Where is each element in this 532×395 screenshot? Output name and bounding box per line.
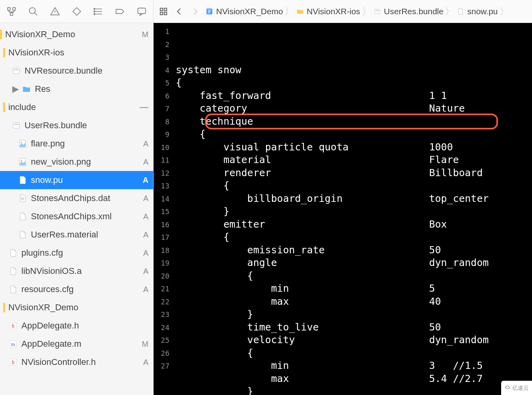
tag-icon[interactable] — [114, 5, 126, 18]
scm-status-badge: A — [143, 194, 148, 203]
breadcrumb-item[interactable]: snow.pu — [456, 7, 498, 16]
code-line[interactable]: visual particle quota1000 — [176, 141, 532, 154]
code-line[interactable]: velocitydyn_random — [176, 334, 532, 347]
forward-button[interactable] — [189, 6, 201, 17]
tree-row-new-vision-png[interactable]: PNGnew_vision.pngA — [0, 153, 153, 171]
tree-item-label: NVisionController.h — [21, 357, 141, 367]
code-value: 40 — [429, 295, 441, 308]
code-line[interactable]: min3 //1.5 — [176, 359, 532, 372]
disclosure-triangle[interactable]: ▶ — [11, 84, 20, 94]
tree-row-plugins-cfg[interactable]: plugins.cfgA — [0, 244, 153, 262]
tree-item-label: include — [8, 102, 137, 112]
code-key: { — [176, 270, 429, 283]
code-value: top_center — [429, 192, 489, 205]
breadcrumb-item[interactable]: NVisionXR-ios — [296, 7, 360, 16]
tree-row-appdelegate-m[interactable]: mAppDelegate.mM — [0, 335, 153, 353]
bundle-icon — [11, 120, 21, 131]
line-number: 26 — [154, 347, 169, 360]
line-number: 2 — [154, 38, 169, 51]
svg-point-15 — [21, 197, 24, 200]
line-gutter: 1234567891011121314151617181920212223242… — [154, 23, 173, 395]
tree-row-res[interactable]: ▶Res — [0, 80, 153, 98]
tree-row-flare-png[interactable]: PNGflare.pngA — [0, 135, 153, 153]
line-number: 16 — [154, 218, 169, 232]
code-line[interactable]: } — [176, 385, 532, 395]
list-icon[interactable] — [92, 5, 104, 18]
bundle-icon — [11, 66, 21, 76]
svg-point-11 — [21, 142, 22, 143]
tree-row-include[interactable]: include— — [0, 98, 153, 116]
comment-icon[interactable] — [135, 5, 148, 18]
back-button[interactable] — [173, 6, 185, 17]
tree-row-resources-cfg[interactable]: resources.cfgA — [0, 280, 153, 298]
code-line[interactable]: { — [176, 231, 532, 244]
tree-row-nvresource-bundle[interactable]: NVResource.bundle — [0, 62, 153, 80]
code-line[interactable]: billboard_origintop_center — [176, 192, 532, 205]
code-key: renderer — [176, 167, 429, 180]
dat-icon — [17, 193, 28, 203]
code-key: { — [176, 179, 429, 192]
svg-rect-4 — [138, 8, 146, 13]
code-key: max — [176, 372, 429, 386]
breadcrumb-item[interactable]: UserRes.bundle — [373, 7, 444, 16]
search-icon[interactable] — [27, 5, 40, 18]
code-key: { — [176, 128, 429, 141]
svg-rect-27 — [374, 9, 380, 14]
tree-row-appdelegate-h[interactable]: hAppDelegate.h — [0, 317, 153, 335]
line-number: 6 — [154, 90, 169, 103]
tree-row-nvisionxr-ios[interactable]: NVisionXR-ios — [0, 44, 153, 62]
tree-row-userres-material[interactable]: UserRes.materialA — [0, 226, 153, 244]
code-key: } — [176, 385, 429, 395]
code-line[interactable]: angledyn_random — [176, 256, 532, 270]
warning-icon[interactable] — [49, 5, 61, 18]
code-line[interactable]: { — [176, 76, 532, 89]
code-line[interactable]: } — [176, 205, 532, 218]
tree-item-label: NVisionXR-ios — [8, 47, 148, 58]
code-key: min — [176, 359, 429, 372]
tree-row-nvisionxr-demo[interactable]: NVisionXR_DemoM — [0, 25, 153, 44]
tree-row-snow-pu[interactable]: snow.puA — [0, 171, 153, 189]
watermark: 亿速云 — [501, 381, 532, 395]
code-line[interactable]: technique — [176, 115, 532, 128]
project-navigator: NVisionXR_DemoMNVisionXR-iosNVResource.b… — [0, 0, 154, 395]
code-line[interactable]: min5 — [176, 282, 532, 295]
diamond-icon[interactable] — [70, 5, 83, 18]
code-key: emitter — [176, 218, 429, 231]
code-value: 1 1 — [429, 89, 447, 103]
code-line[interactable]: max40 — [176, 295, 532, 308]
code-line[interactable]: rendererBillboard — [176, 167, 532, 180]
code-content[interactable]: system snow{ fast_forward1 1 categoryNat… — [173, 23, 532, 395]
tree-row-stonesandchips-dat[interactable]: StonesAndChips.datA — [0, 189, 153, 207]
tree-row-stonesandchips-xml[interactable]: StonesAndChips.xmlA — [0, 207, 153, 226]
code-line[interactable]: fast_forward1 1 — [176, 89, 532, 103]
code-line[interactable]: materialFlare — [176, 154, 532, 167]
code-line[interactable]: } — [176, 308, 532, 321]
code-line[interactable]: { — [176, 270, 532, 283]
line-number: 1 — [154, 25, 169, 38]
tree-row-userres-bundle[interactable]: UserRes.bundle — [0, 116, 153, 135]
code-line[interactable]: { — [176, 179, 532, 192]
tree-row-nvisioncontroller-h[interactable]: hNVisionController.hA — [0, 353, 153, 371]
code-line[interactable]: categoryNature — [176, 102, 532, 115]
breadcrumb-item[interactable]: NVisionXR_Demo — [205, 7, 283, 16]
tree-row-libnvisionios-a[interactable]: libNVisioniOS.aA — [0, 262, 153, 280]
code-line[interactable]: time_to_live50 — [176, 321, 532, 334]
code-line[interactable]: emitterBox — [176, 218, 532, 231]
code-line[interactable]: system snow — [176, 64, 532, 77]
svg-rect-22 — [160, 8, 163, 10]
svg-text:h: h — [12, 359, 15, 365]
code-key: } — [176, 205, 429, 218]
tree-item-label: NVResource.bundle — [25, 66, 148, 76]
svg-text:m: m — [11, 341, 15, 347]
related-items-icon[interactable] — [158, 6, 169, 17]
code-line[interactable]: emission_rate50 — [176, 244, 532, 257]
code-line[interactable]: { — [176, 347, 532, 360]
code-editor[interactable]: 1234567891011121314151617181920212223242… — [154, 23, 532, 395]
editor-pane: NVisionXR_Demo〉NVisionXR-ios〉UserRes.bun… — [154, 0, 532, 395]
tree-row-nvisionxr-demo[interactable]: NVisionXR_Demo — [0, 298, 153, 317]
code-line[interactable]: { — [176, 128, 532, 141]
code-key: category — [176, 102, 429, 115]
structure-icon[interactable] — [6, 5, 18, 18]
scm-status-badge: A — [143, 212, 148, 221]
code-line[interactable]: max5.4 //2.7 — [176, 372, 532, 386]
